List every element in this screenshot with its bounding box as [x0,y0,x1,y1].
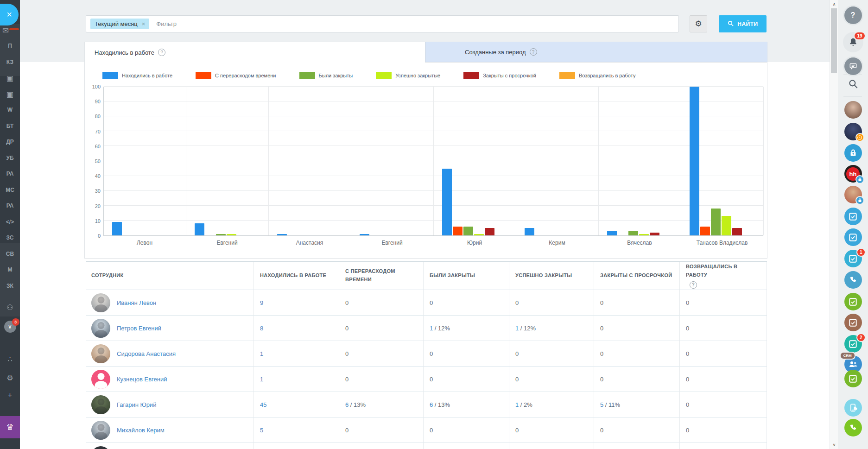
sidebar-item-share[interactable]: ∴ [0,352,20,366]
scrollbar-thumb[interactable] [831,8,837,73]
employee-name-link[interactable]: Иванян Левон [117,299,156,306]
bar[interactable] [227,234,236,235]
count-link[interactable]: 6 [345,401,348,408]
bar[interactable] [628,231,638,235]
count-link[interactable]: 9 [260,299,263,306]
sidebar-item-add[interactable]: + [0,388,20,402]
sidebar-icon-lock-app[interactable] [844,144,862,162]
sidebar-item-tab-ra-2[interactable]: РА [0,199,20,213]
bar[interactable] [216,234,226,235]
count-link[interactable]: 5 [260,427,263,434]
find-button[interactable]: НАЙТИ [719,15,767,32]
sidebar-item-tab-code[interactable]: </> [0,215,20,229]
bar[interactable] [711,209,721,235]
sidebar-icon-notifications[interactable]: 19 [843,32,863,52]
employee-name-link[interactable]: Сидорова Анастасия [117,350,176,357]
sidebar-icon-phone-cloud[interactable] [844,399,862,417]
sidebar-icon-task-green-1[interactable] [844,293,862,310]
sidebar-item-tab-bt[interactable]: БТ [0,119,20,133]
bar[interactable] [453,227,463,235]
employee-name-link[interactable]: Кузнецов Евгений [117,376,167,383]
employee-name-link[interactable]: Петров Евгений [117,325,161,332]
count-link[interactable]: 1 [260,350,263,357]
legend-item[interactable]: Находились в работе [102,72,172,79]
sidebar-item-collapse[interactable]: ∨3 [0,320,20,334]
sidebar-icon-calls-green[interactable] [844,419,862,436]
bar[interactable] [442,169,452,235]
count-link[interactable]: 1 [515,325,519,332]
bar[interactable] [700,227,710,235]
sidebar-item-tab-ub[interactable]: УБ [0,151,20,165]
count-link[interactable]: 8 [260,325,263,332]
mail-icon[interactable]: ✉ [1,25,20,37]
sidebar-icon-task-brown[interactable] [844,314,862,331]
bar[interactable] [722,216,731,235]
count-link[interactable]: 1 [260,376,263,383]
bar[interactable] [474,234,484,235]
bar[interactable] [360,234,369,235]
sidebar-item-tab-w[interactable]: W [0,103,20,117]
sidebar-item-package-1[interactable]: ▣ [0,71,20,85]
count-link[interactable]: 6 [430,401,433,408]
sidebar-item-tab-zk[interactable]: ЗК [0,279,20,293]
legend-item[interactable]: Возвращались в работу [559,72,635,79]
sidebar-icon-task-blue-3[interactable]: 1 [844,250,862,267]
scroll-down-icon[interactable]: ∨ [830,441,838,449]
help-icon[interactable]: ? [530,48,537,56]
count-link[interactable]: 1 [430,325,433,332]
filter-settings-button[interactable]: ⚙ [690,15,707,32]
count-link[interactable]: 5 [600,401,603,408]
bar[interactable] [639,234,649,235]
sidebar-icon-money-app[interactable] [844,186,862,203]
bar[interactable] [195,223,204,235]
sidebar-item-tab-ra[interactable]: РА [0,167,20,181]
sidebar-item-tab-kz[interactable]: КЗ [0,55,20,69]
employee-name-link[interactable]: Гагарин Юрий [117,401,156,408]
sidebar-icon-search[interactable] [847,78,859,92]
sidebar-item-tab-sv[interactable]: СВ [0,247,20,261]
filter-tag-remove-icon[interactable]: × [142,20,146,27]
sidebar-icon-task-blue-2[interactable] [844,228,862,246]
bar[interactable] [463,227,473,235]
sidebar-icon-task-teal[interactable]: 2 [844,335,862,353]
help-icon[interactable]: ? [158,49,165,56]
bar[interactable] [277,234,287,235]
bar[interactable] [485,228,494,235]
sidebar-item-tab-zs[interactable]: ЗС [0,231,20,245]
legend-item[interactable]: Были закрыты [299,72,353,79]
sidebar-item-bot[interactable]: ⚇ [0,300,20,314]
count-link[interactable]: 1 [515,401,519,408]
scrollbar[interactable]: ∧ ∨ [830,0,838,449]
sidebar-item-package-2[interactable]: ▣ [0,87,20,101]
premium-button[interactable]: ♛ [0,416,20,438]
sidebar-icon-calls-blue[interactable] [844,271,862,289]
tab-in-progress[interactable]: Находились в работе? [84,42,425,63]
sidebar-item-tab-m[interactable]: М [0,263,20,277]
sidebar-item-tab-dr[interactable]: ДР [0,135,20,149]
filter-tag[interactable]: Текущий месяц × [90,19,149,29]
sidebar-icon-help[interactable]: ? [843,5,863,25]
sidebar-item-settings[interactable]: ⚙ [0,371,20,385]
sidebar-item-tab-p[interactable]: П [0,39,20,53]
legend-item[interactable]: Успешно закрытые [376,72,440,79]
sidebar-icon-hh-app[interactable]: hh [844,165,862,183]
tab-created-in-period[interactable]: Созданные за период? [425,42,767,62]
bar[interactable] [732,228,742,235]
sidebar-icon-task-blue-1[interactable] [844,208,862,225]
sidebar-item-tab-ms[interactable]: МС [0,183,20,197]
count-link[interactable]: 45 [260,401,266,408]
bar[interactable] [112,222,122,235]
sidebar-icon-task-green-2[interactable] [844,370,862,387]
scroll-up-icon[interactable]: ∧ [830,0,838,8]
help-icon[interactable]: ? [690,281,697,289]
bar[interactable] [525,228,534,235]
legend-item[interactable]: Закрыты с просрочкой [463,72,536,79]
employee-name-link[interactable]: Михайлов Керим [117,427,165,434]
bar[interactable] [650,233,659,235]
sidebar-icon-chat[interactable] [843,56,863,76]
bar[interactable] [690,87,699,235]
legend-item[interactable]: С перерасходом времени [196,72,276,79]
bar[interactable] [607,231,617,235]
filter-input[interactable]: Текущий месяц × Фильтр [86,15,679,32]
sidebar-icon-profile-2[interactable] [844,123,862,140]
